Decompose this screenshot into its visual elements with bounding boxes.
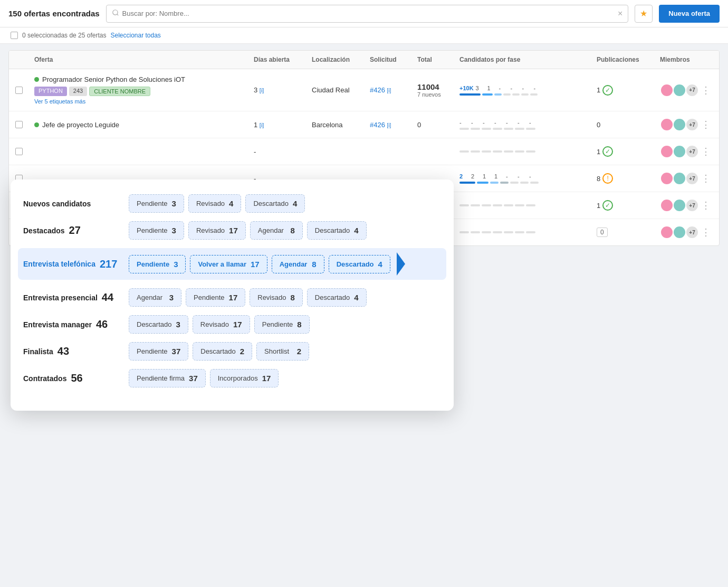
row-more-icon[interactable]: ⋮ (701, 119, 711, 130)
avatar (673, 118, 686, 131)
avatar (660, 198, 674, 212)
phase-item-label: Descartado (253, 200, 288, 207)
table-row: Programador Senior Python de Soluciones … (9, 69, 719, 111)
nueva-oferta-button[interactable]: Nueva oferta (659, 5, 720, 23)
check-icon: ✓ (602, 85, 613, 96)
svg-point-0 (112, 10, 117, 15)
avatar (660, 83, 674, 97)
avatar-more: +7 (685, 172, 699, 185)
phase-item-label: Revisado (196, 200, 225, 207)
cell-members: +7 ⋮ (660, 83, 713, 97)
search-input[interactable] (122, 10, 615, 17)
phase-item[interactable]: Descartado 4 (245, 194, 305, 213)
svg-line-1 (117, 14, 118, 16)
tag-num: 243 (69, 87, 87, 96)
phase-item-count: 4 (354, 226, 358, 235)
cell-pub: 0 (597, 228, 660, 237)
phase-item-count: 4 (229, 199, 233, 208)
phase-row-nuevos: Nuevos candidatos Pendiente 3 Revisado 4… (23, 194, 441, 213)
avatar-more: +7 (685, 118, 699, 131)
phase-item[interactable]: Agendar 8 (250, 221, 303, 240)
cell-location: Ciudad Real (312, 86, 370, 94)
avatar (660, 225, 674, 239)
phase-item[interactable]: Revisado 4 (188, 194, 242, 213)
avatar (673, 83, 686, 97)
phase-item-label: Pendiente (137, 226, 168, 234)
col-oferta: Oferta (34, 56, 254, 63)
phase-item-count: 3 (172, 226, 176, 235)
phase-count: 27 (69, 224, 81, 236)
offer-title: Programador Senior Python de Soluciones … (42, 75, 185, 83)
col-loc: Localización (312, 56, 370, 63)
col-pubs: Publicaciones (597, 56, 660, 63)
cell-location: Barcelona (312, 121, 370, 129)
phase-label: Nuevos candidatos (23, 200, 91, 208)
cell-pub: 1 ✓ (597, 85, 660, 96)
avatar (660, 172, 674, 185)
phase-item-label: Revisado (196, 226, 225, 234)
table-header: Oferta Días abierta Localización Solicit… (9, 51, 719, 69)
clear-search-icon[interactable]: × (618, 9, 622, 18)
cell-days: - (254, 148, 312, 156)
phase-item-count: 17 (229, 226, 238, 235)
col-cands: Candidatos por fase (459, 56, 597, 63)
row-more-icon[interactable]: ⋮ (701, 200, 711, 211)
cell-pub: 8 ! (597, 173, 660, 184)
check-icon: ✓ (602, 146, 613, 157)
phase-item[interactable]: Pendiente 3 (129, 221, 184, 240)
phase-item[interactable]: Pendiente 3 (129, 194, 184, 213)
cell-days: 1 [i] (254, 121, 312, 129)
avatar-more: +7 (685, 198, 699, 212)
cell-candidates: ------- (459, 119, 597, 130)
cell-total: 0 (417, 121, 459, 129)
avatar (660, 145, 674, 158)
cell-pub: 1 ✓ (597, 146, 660, 157)
cell-days: 3 [i] (254, 86, 312, 94)
avatar (673, 145, 686, 158)
row-checkbox[interactable] (15, 87, 23, 94)
cell-candidates (459, 231, 597, 233)
check-icon: ✓ (602, 200, 613, 211)
row-more-icon[interactable]: ⋮ (701, 226, 711, 238)
select-all-checkbox[interactable] (11, 32, 18, 39)
table-row: Jefe de proyecto Leguide 1 [i] Barcelona… (9, 111, 719, 138)
avatar (660, 118, 674, 131)
avatar (673, 172, 686, 185)
row-more-icon[interactable]: ⋮ (701, 173, 711, 184)
col-total: Total (417, 56, 459, 63)
warn-icon: ! (602, 173, 613, 184)
col-solic: Solicitud (370, 56, 417, 63)
select-all-link[interactable]: Seleccionar todas (110, 32, 160, 39)
phase-items: Pendiente 3 Revisado 17 Agendar 8 Descar… (129, 221, 441, 240)
row-checkbox[interactable] (15, 121, 23, 128)
phase-item-label: Pendiente (137, 200, 168, 207)
avatar (673, 198, 686, 212)
row-checkbox[interactable] (15, 148, 23, 155)
phase-label: Destacados (23, 226, 65, 235)
status-dot (34, 122, 39, 127)
favorites-button[interactable]: ★ (635, 5, 653, 23)
sub-bar: 0 seleccionadas de 25 ofertas Selecciona… (0, 27, 728, 44)
phase-item[interactable]: Descartado 4 (307, 221, 367, 240)
top-bar: 150 ofertas encontradas × ★ Nueva oferta (0, 0, 728, 27)
cell-solicitud: #426 [i] (370, 121, 417, 129)
search-icon (112, 9, 119, 18)
phase-item[interactable]: Revisado 17 (188, 221, 246, 240)
phase-item-label: Descartado (315, 226, 350, 234)
ver-etiquetas-link[interactable]: Ver 5 etiquetas más (34, 98, 254, 105)
row-more-icon[interactable]: ⋮ (701, 84, 711, 96)
cell-members: +7 ⋮ (660, 145, 713, 158)
phase-items: Pendiente 3 Revisado 4 Descartado 4 (129, 194, 441, 213)
cell-candidates: 2211--- (459, 173, 597, 184)
col-members: Miembros (660, 56, 713, 63)
zero-pub-badge: 0 (597, 228, 608, 237)
offer-tags: PYTHON 243 CLIENTE NOMBRE (34, 87, 254, 96)
cell-solicitud: #426 [i] (370, 86, 417, 94)
search-bar[interactable]: × (106, 5, 629, 23)
cell-total: 11004 7 nuevos (417, 82, 459, 98)
row-more-icon[interactable]: ⋮ (701, 146, 711, 157)
avatar-more: +7 (685, 225, 699, 239)
avatar-more: +7 (685, 83, 699, 97)
cell-members: +7 ⋮ (660, 225, 713, 239)
tag-client: CLIENTE NOMBRE (89, 87, 150, 96)
